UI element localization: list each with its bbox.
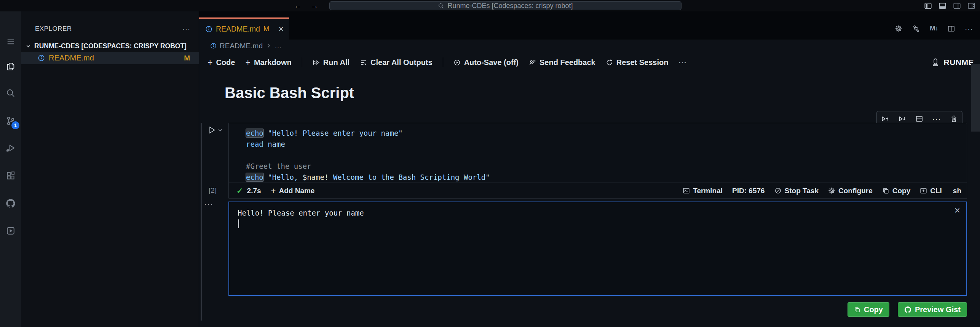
token-comment: #Greet the user: [246, 162, 311, 170]
cell-more-actions-icon[interactable]: ···: [932, 115, 941, 122]
output-more-icon[interactable]: ···: [204, 199, 213, 208]
chevron-down-icon[interactable]: [217, 127, 223, 133]
tab-dirty-badge: M: [263, 25, 269, 33]
token-argument: name: [263, 140, 285, 148]
execute-below-icon[interactable]: [898, 115, 906, 123]
add-markdown-button[interactable]: + Markdown: [245, 58, 291, 67]
sidebar-more-icon[interactable]: ···: [182, 25, 190, 33]
menu-button[interactable]: [0, 33, 21, 50]
stop-circle-icon: [774, 187, 782, 194]
add-code-button[interactable]: + Code: [207, 58, 235, 67]
info-icon: [205, 25, 212, 33]
plus-icon: +: [207, 58, 212, 67]
terminal-output-line: Hello! Please enter your name: [238, 208, 364, 218]
copy-cell-button[interactable]: Copy: [882, 187, 911, 195]
scm-badge: 1: [11, 121, 19, 129]
activity-run-debug[interactable]: [0, 140, 21, 157]
configure-label: Configure: [838, 187, 873, 195]
activity-runme[interactable]: [0, 222, 21, 239]
more-actions-icon[interactable]: ···: [965, 25, 973, 32]
runme-brand-label: RUNME: [944, 58, 974, 67]
run-all-button[interactable]: Run All: [313, 58, 350, 67]
add-name-button[interactable]: + Add Name: [271, 186, 315, 196]
trash-icon[interactable]: [950, 115, 958, 123]
execute-above-icon[interactable]: [881, 115, 889, 123]
terminal-cursor: [238, 219, 239, 228]
markdown-preview-icon[interactable]: M↓: [930, 25, 938, 32]
code-line: echo "Hello! Please enter your name": [246, 128, 490, 139]
tab-readme[interactable]: README.md M ×: [199, 17, 289, 40]
cli-button[interactable]: CLI: [920, 187, 942, 195]
reset-session-label: Reset Session: [616, 58, 669, 67]
copy-output-button[interactable]: Copy: [848, 302, 889, 317]
code-editor[interactable]: echo "Hello! Please enter your name" rea…: [246, 128, 490, 183]
success-check-icon: ✓: [236, 186, 243, 195]
send-feedback-label: Send Feedback: [539, 58, 595, 67]
send-feedback-button[interactable]: Send Feedback: [529, 58, 595, 67]
add-markdown-label: Markdown: [254, 58, 292, 67]
github-icon: [904, 306, 911, 313]
workspace-section-header[interactable]: RUNME-CDES [CODESPACES: CRISPY ROBOT]: [21, 40, 199, 52]
close-icon[interactable]: ×: [954, 205, 960, 215]
split-editor-icon[interactable]: [947, 25, 955, 33]
stop-task-label: Stop Task: [785, 187, 819, 195]
code-line: echo "Hello, $name! Welcome to the Bash …: [246, 172, 490, 183]
breadcrumb-file[interactable]: README.md: [220, 42, 263, 50]
runme-brand: RUNME: [931, 58, 974, 67]
customize-layout-icon[interactable]: [967, 2, 975, 10]
sidebar-header: EXPLORER ···: [21, 23, 199, 35]
activity-extensions[interactable]: [0, 167, 21, 184]
copy-icon: [882, 187, 889, 194]
gear-icon[interactable]: [895, 25, 903, 33]
terminal-button[interactable]: Terminal: [683, 187, 723, 195]
back-icon[interactable]: ←: [294, 2, 302, 10]
output-footer-actions: Copy Preview Gist: [228, 302, 967, 317]
code-line: #Greet the user: [246, 161, 490, 172]
terminal-icon: [683, 187, 690, 194]
token-string: "Hello! Please enter your name": [263, 129, 403, 137]
terminal-output[interactable]: Hello! Please enter your name ×: [228, 202, 967, 296]
editor-actions: M↓ ···: [895, 17, 973, 40]
chevron-right-icon: [266, 43, 271, 49]
activity-explorer[interactable]: [0, 58, 21, 75]
gear-icon: [828, 187, 835, 194]
close-icon[interactable]: ×: [279, 25, 284, 33]
token-string: Welcome to the Bash Scripting World": [329, 173, 490, 181]
plus-icon: +: [245, 58, 250, 67]
terminal-label: Terminal: [693, 187, 723, 195]
add-code-label: Code: [216, 58, 235, 67]
toggle-secondary-sidebar-icon[interactable]: [953, 2, 961, 10]
command-center-search[interactable]: Runme-CDEs [Codespaces: crispy robot]: [329, 1, 682, 10]
run-cell-button[interactable]: [207, 125, 223, 135]
file-row-readme[interactable]: README.md M: [21, 52, 199, 64]
hamburger-menu-icon: [6, 37, 15, 46]
activity-search[interactable]: [0, 85, 21, 102]
reset-session-button[interactable]: Reset Session: [606, 58, 669, 67]
toggle-panel-icon[interactable]: [939, 2, 946, 10]
toolbar-more-icon[interactable]: ···: [678, 59, 687, 66]
code-line-blank: [246, 150, 490, 161]
editor-scrollbar[interactable]: [971, 64, 980, 132]
info-icon: [210, 43, 217, 49]
session-sync-icon[interactable]: [912, 25, 920, 33]
stop-task-button[interactable]: Stop Task: [774, 187, 819, 195]
copy-cell-label: Copy: [892, 187, 911, 195]
split-cell-icon[interactable]: [915, 115, 923, 123]
breadcrumb[interactable]: README.md …: [199, 40, 980, 52]
run-and-debug-icon: [6, 143, 16, 153]
runme-logo-icon: [931, 58, 940, 67]
language-picker[interactable]: sh: [953, 187, 961, 195]
forward-icon[interactable]: →: [311, 2, 318, 10]
activity-source-control[interactable]: 1: [0, 113, 21, 129]
preview-gist-button[interactable]: Preview Gist: [898, 302, 967, 317]
token-variable: $name!: [303, 173, 329, 181]
clear-all-outputs-button[interactable]: Clear All Outputs: [360, 58, 433, 67]
toggle-sidebar-icon[interactable]: [924, 2, 932, 10]
configure-button[interactable]: Configure: [828, 187, 873, 195]
activity-github[interactable]: [0, 195, 21, 212]
search-icon: [438, 3, 444, 9]
github-icon: [6, 198, 16, 208]
breadcrumb-more[interactable]: …: [275, 42, 282, 50]
auto-save-toggle[interactable]: Auto-Save (off): [453, 58, 519, 67]
toolbar-separator: [443, 57, 443, 67]
